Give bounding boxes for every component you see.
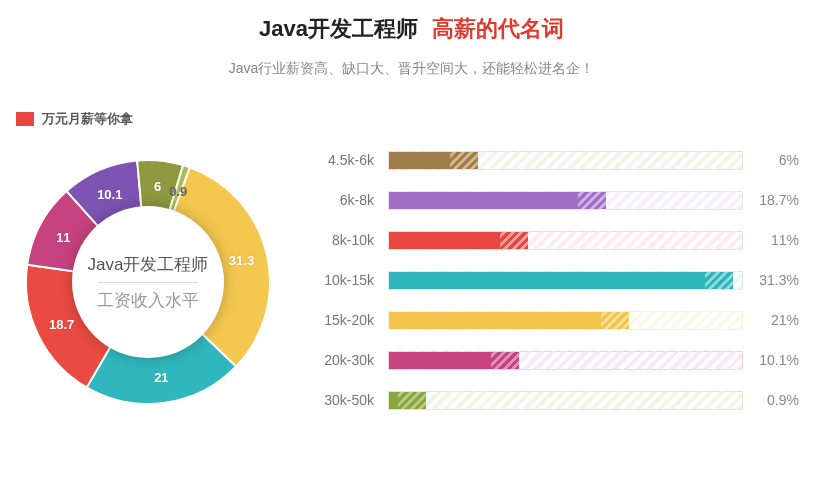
- bar-percent: 6%: [743, 152, 799, 168]
- bar-row: 15k-20k21%: [318, 302, 799, 338]
- donut-center-line1: Java开发工程师: [88, 253, 209, 282]
- donut-slice-label: 18.7: [49, 316, 74, 331]
- bar-fill: [389, 152, 450, 169]
- bar-row: 30k-50k0.9%: [318, 382, 799, 418]
- bar-chart: 4.5k-6k6%6k-8k18.7%8k-10k11%10k-15k31.3%…: [288, 142, 799, 422]
- bar-percent: 0.9%: [743, 392, 799, 408]
- bar-tail: [601, 312, 629, 329]
- bar-track: [388, 391, 743, 410]
- title-main: Java开发工程师: [259, 16, 418, 41]
- bar-row: 20k-30k10.1%: [318, 342, 799, 378]
- bar-fill: [389, 352, 491, 369]
- donut-slice-label: 21: [154, 370, 168, 385]
- bar-label: 30k-50k: [318, 392, 388, 408]
- bar-row: 8k-10k11%: [318, 222, 799, 258]
- bar-label: 4.5k-6k: [318, 152, 388, 168]
- bar-track: [388, 151, 743, 170]
- bar-percent: 11%: [743, 232, 799, 248]
- bar-percent: 21%: [743, 312, 799, 328]
- bar-track: [388, 311, 743, 330]
- donut-chart: Java开发工程师 工资收入水平 31.32118.71110.160.9: [8, 142, 288, 422]
- bar-row: 10k-15k31.3%: [318, 262, 799, 298]
- donut-center-line2: 工资收入水平: [97, 283, 199, 312]
- donut-slice-label: 6: [154, 179, 161, 194]
- bar-row: 4.5k-6k6%: [318, 142, 799, 178]
- title-accent: 高薪的代名词: [432, 16, 564, 41]
- bar-track: [388, 351, 743, 370]
- bar-tail: [500, 232, 528, 249]
- tag-label: 万元月薪等你拿: [42, 110, 133, 128]
- donut-slice-label: 10.1: [97, 186, 122, 201]
- bar-fill: [389, 192, 578, 209]
- header: Java开发工程师 高薪的代名词 Java行业薪资高、缺口大、晋升空间大，还能轻…: [0, 0, 823, 86]
- bar-track: [388, 271, 743, 290]
- bar-label: 8k-10k: [318, 232, 388, 248]
- donut-slice-label: 0.9: [169, 183, 187, 198]
- bar-fill: [389, 312, 601, 329]
- bar-percent: 18.7%: [743, 192, 799, 208]
- donut-slice-label: 11: [56, 229, 70, 244]
- tag-swatch-icon: [16, 112, 34, 126]
- bar-label: 10k-15k: [318, 272, 388, 288]
- donut-slice-label: 31.3: [229, 253, 254, 268]
- content: Java开发工程师 工资收入水平 31.32118.71110.160.9 4.…: [0, 138, 823, 422]
- page-title: Java开发工程师 高薪的代名词: [0, 14, 823, 44]
- bar-tail: [705, 272, 733, 289]
- subtitle: Java行业薪资高、缺口大、晋升空间大，还能轻松进名企！: [0, 60, 823, 78]
- bar-percent: 10.1%: [743, 352, 799, 368]
- bar-row: 6k-8k18.7%: [318, 182, 799, 218]
- donut-center: Java开发工程师 工资收入水平: [72, 206, 224, 358]
- bar-track: [388, 231, 743, 250]
- bar-fill: [389, 272, 705, 289]
- tag-row: 万元月薪等你拿: [0, 86, 823, 138]
- bar-fill: [389, 232, 500, 249]
- bar-label: 15k-20k: [318, 312, 388, 328]
- bar-track: [388, 191, 743, 210]
- bar-tail: [450, 152, 478, 169]
- bar-label: 20k-30k: [318, 352, 388, 368]
- bar-tail: [578, 192, 606, 209]
- bar-tail: [491, 352, 519, 369]
- bar-tail: [398, 392, 426, 409]
- bar-fill: [389, 392, 398, 409]
- bar-percent: 31.3%: [743, 272, 799, 288]
- bar-label: 6k-8k: [318, 192, 388, 208]
